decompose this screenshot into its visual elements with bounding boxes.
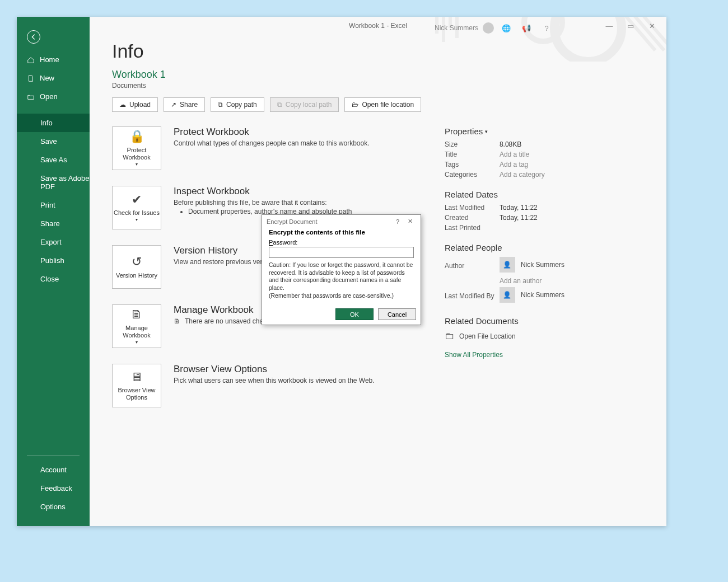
dialog-caution2: (Remember that passwords are case-sensit… — [269, 292, 414, 300]
date-mod-val: Today, 11:22 — [500, 204, 538, 212]
action-row: ☁Upload ↗Share ⧉Copy path ⧉Copy local pa… — [112, 97, 644, 112]
avatar-icon — [483, 22, 494, 34]
protect-title: Protect Workbook — [174, 126, 370, 138]
workbook-title: Workbook 1 — [112, 69, 644, 81]
share-icon: ↗ — [171, 101, 176, 109]
folder-icon: 🗀 — [445, 330, 455, 342]
dialog-help-button[interactable]: ? — [391, 218, 404, 225]
copy-local-path-button: ⧉Copy local path — [270, 97, 339, 112]
date-cre-key: Created — [445, 214, 500, 222]
chevron-down-icon: ▾ — [136, 162, 138, 167]
encrypt-document-dialog: Encrypt Document ? ✕ Encrypt the content… — [262, 214, 421, 325]
document-small-icon: 🗎 — [174, 317, 180, 325]
prop-title-val[interactable]: Add a title — [500, 151, 529, 158]
nav-saveadobe[interactable]: Save as Adobe PDF — [17, 169, 90, 196]
nav-publish[interactable]: Publish — [17, 251, 90, 270]
lastmodby-person[interactable]: 👤 Nick Summers — [500, 287, 564, 303]
open-file-location-button[interactable]: 🗁Open file location — [344, 97, 421, 112]
document-icon: 🗎 — [130, 307, 143, 322]
docs-header: Related Documents — [445, 316, 644, 326]
nav-saveas[interactable]: Save As — [17, 151, 90, 169]
date-cre-val: Today, 11:22 — [500, 214, 538, 222]
dialog-caution: Caution: If you lose or forget the passw… — [269, 261, 414, 292]
prop-tags-key: Tags — [445, 161, 500, 168]
nav-print[interactable]: Print — [17, 196, 90, 214]
back-button[interactable] — [27, 30, 40, 44]
prop-cat-val[interactable]: Add a category — [500, 171, 545, 179]
nav-share[interactable]: Share — [17, 214, 90, 233]
nav-home-label: Home — [40, 55, 59, 64]
lastmodby-name: Nick Summers — [521, 291, 564, 299]
browser-section: 🖥 Browser View Options Browser View Opti… — [112, 364, 422, 407]
nav-open-label: Open — [40, 92, 58, 101]
avatar-icon: 👤 — [500, 257, 515, 273]
history-icon: ↺ — [132, 255, 142, 269]
help-icon[interactable]: ? — [539, 20, 554, 36]
dialog-heading: Encrypt the contents of this file — [269, 229, 414, 236]
lock-icon: 🔒 — [129, 129, 144, 144]
lastmodby-key: Last Modified By — [445, 292, 500, 300]
prop-size-val: 8.08KB — [500, 140, 521, 148]
protect-section: 🔒 Protect Workbook ▾ Protect Workbook Co… — [112, 126, 422, 170]
browser-view-button[interactable]: 🖥 Browser View Options — [112, 364, 161, 407]
add-author[interactable]: Add an author — [500, 277, 542, 285]
megaphone-icon[interactable]: 📢 — [519, 20, 534, 36]
globe-icon[interactable]: 🌐 — [498, 20, 514, 36]
folder-icon: 🗁 — [352, 101, 358, 109]
protect-workbook-button[interactable]: 🔒 Protect Workbook ▾ — [112, 126, 161, 170]
cancel-button[interactable]: Cancel — [378, 308, 416, 320]
author-person[interactable]: 👤 Nick Summers — [500, 257, 564, 273]
browser-desc: Pick what users can see when this workbo… — [174, 377, 375, 384]
browser-icon: 🖥 — [130, 370, 143, 384]
link-icon: ⧉ — [277, 101, 282, 109]
workbook-path: Documents — [112, 82, 644, 90]
backstage-sidebar: Home New Open Info Save Save As Save as … — [17, 17, 90, 526]
manage-workbook-button[interactable]: 🗎 Manage Workbook ▾ — [112, 304, 161, 348]
nav-export[interactable]: Export — [17, 233, 90, 251]
titlebar: Workbook 1 - Excel Nick Summers 🌐 📢 ? — … — [90, 17, 666, 35]
close-window-button[interactable]: ✕ — [642, 22, 662, 30]
chevron-down-icon: ▾ — [485, 129, 488, 134]
window-title: Workbook 1 - Excel — [349, 22, 407, 30]
minimize-button[interactable]: — — [599, 22, 619, 30]
check-icon: ✔︎ — [132, 193, 142, 207]
share-button[interactable]: ↗Share — [164, 97, 205, 112]
nav-save[interactable]: Save — [17, 132, 90, 151]
ok-button[interactable]: OK — [335, 308, 374, 320]
nav-new[interactable]: New — [17, 69, 90, 87]
restore-button[interactable]: ▭ — [620, 22, 641, 30]
prop-size-key: Size — [445, 140, 500, 148]
page-title: Info — [112, 40, 644, 62]
author-name: Nick Summers — [521, 261, 564, 269]
nav-new-label: New — [40, 74, 54, 82]
nav-account[interactable]: Account — [17, 461, 90, 479]
browser-title: Browser View Options — [174, 364, 375, 375]
inspect-title: Inspect Workbook — [174, 186, 352, 197]
dialog-title: Encrypt Document — [267, 218, 391, 225]
user-area[interactable]: Nick Summers 🌐 📢 ? — [435, 20, 554, 36]
password-input[interactable] — [269, 247, 414, 258]
folder-open-icon — [27, 93, 35, 101]
version-history-button[interactable]: ↺ Version History — [112, 245, 161, 289]
dialog-close-button[interactable]: ✕ — [404, 218, 416, 225]
nav-options[interactable]: Options — [17, 497, 90, 516]
nav-open[interactable]: Open — [17, 87, 90, 106]
inspect-desc: Before publishing this file, be aware th… — [174, 199, 352, 206]
upload-button[interactable]: ☁Upload — [112, 97, 158, 112]
avatar-icon: 👤 — [500, 287, 515, 303]
user-name: Nick Summers — [435, 24, 478, 32]
nav-home[interactable]: Home — [17, 50, 90, 69]
document-icon — [27, 74, 35, 82]
prop-tags-val[interactable]: Add a tag — [500, 161, 528, 168]
link-icon: ⧉ — [218, 101, 223, 109]
open-file-location-link[interactable]: 🗀 Open File Location — [445, 330, 644, 342]
nav-info[interactable]: Info — [17, 114, 90, 132]
nav-feedback[interactable]: Feedback — [17, 479, 90, 497]
copy-path-button[interactable]: ⧉Copy path — [211, 97, 264, 112]
show-all-properties[interactable]: Show All Properties — [445, 351, 503, 359]
check-issues-button[interactable]: ✔︎ Check for Issues ▾ — [112, 186, 161, 229]
prop-title-key: Title — [445, 151, 500, 158]
people-header: Related People — [445, 243, 644, 252]
nav-close[interactable]: Close — [17, 270, 90, 288]
properties-header[interactable]: Properties▾ — [445, 126, 644, 136]
